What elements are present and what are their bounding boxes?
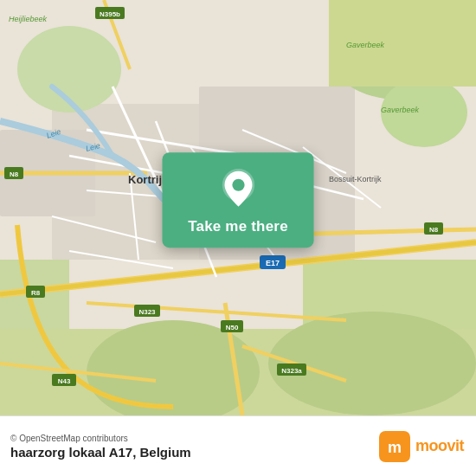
svg-text:N395b: N395b <box>100 10 120 18</box>
moovit-icon: m <box>379 431 410 462</box>
moovit-logo: m moovit <box>379 431 464 462</box>
svg-text:N323a: N323a <box>281 367 302 375</box>
svg-text:N323: N323 <box>138 308 156 316</box>
footer-info: © OpenStreetMap contributors haarzorg lo… <box>10 434 191 460</box>
svg-text:Heijliebeek: Heijliebeek <box>9 15 48 23</box>
navigation-card[interactable]: Take me there <box>163 152 314 248</box>
footer: © OpenStreetMap contributors haarzorg lo… <box>0 415 476 476</box>
svg-text:Gaverbeek: Gaverbeek <box>381 106 420 114</box>
location-name: haarzorg lokaal A17, Belgium <box>10 445 191 460</box>
svg-point-62 <box>232 179 244 191</box>
map-container: E17 N8 N8 N50 R8 N323 N323a N43 N395b Ko… <box>0 0 476 415</box>
take-me-there-button[interactable]: Take me there <box>188 218 288 235</box>
osm-attribution: © OpenStreetMap contributors <box>10 434 191 443</box>
svg-text:N50: N50 <box>226 324 239 331</box>
svg-text:E17: E17 <box>266 259 280 267</box>
location-pin-icon <box>217 168 259 209</box>
svg-text:m: m <box>388 439 402 456</box>
svg-text:Gaverbeek: Gaverbeek <box>346 41 385 49</box>
svg-text:Bossuit-Kortrijk: Bossuit-Kortrijk <box>329 175 382 183</box>
svg-text:R8: R8 <box>31 289 41 297</box>
svg-text:N8: N8 <box>10 170 19 178</box>
svg-text:N43: N43 <box>58 377 71 385</box>
moovit-brand-text: moovit <box>415 437 464 455</box>
svg-text:N8: N8 <box>429 226 439 234</box>
